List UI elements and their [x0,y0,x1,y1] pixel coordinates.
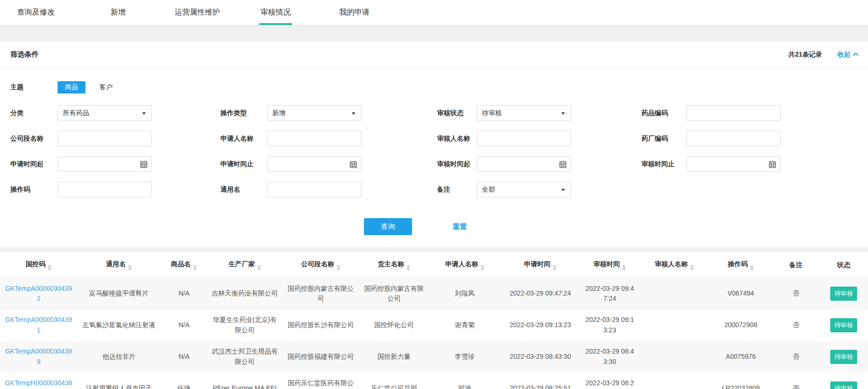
column-header[interactable]: 申请时间 [501,252,580,278]
table-cell: 否 [773,341,819,373]
column-header[interactable]: 审核人名称 [640,252,709,278]
operation-type-select[interactable]: 新增 [267,105,362,121]
tab-add-new[interactable]: 新增 [110,0,126,25]
table-cell: 谢青菊 [429,310,501,341]
column-header-label: 审核人名称 [655,260,688,268]
column-header[interactable]: 生产厂家 [207,252,282,278]
filter-slot: 审核时间起 [437,156,641,172]
category-select[interactable]: 所有药品 [58,105,152,121]
reset-link[interactable]: 重置 [453,222,467,231]
status-cell: 待审核 [819,278,868,310]
table-cell [640,310,709,341]
remark-select[interactable]: 全部 [477,182,571,197]
column-header-label: 审核时间 [593,260,620,268]
sort-icon [622,265,626,271]
column-header[interactable]: 操作码 [709,252,772,278]
table-cell: 武汉杰士邦卫生用品有限公司 [207,341,282,373]
search-button[interactable]: 查询 [364,218,412,235]
drug-code-label: 药品编码 [641,109,686,118]
tab-query-and-modify[interactable]: 查询及修改 [17,0,55,25]
topic-option-customer[interactable]: 客户 [92,81,120,93]
table-cell: 否 [773,373,819,389]
national-code-link[interactable]: GKTempA00000304389 [0,341,77,373]
national-code-link[interactable]: GKTempA00000304391 [0,310,77,341]
remark-label: 备注 [437,186,477,194]
factory-code-label: 药厂编码 [641,135,686,143]
table-row: GKTempA00000304391左氧氟沙星氯化钠注射液N/A华夏生生药业(北… [0,310,868,341]
calendar-icon[interactable] [559,161,566,168]
column-header: 状态 [819,252,868,278]
sort-icon [690,265,694,271]
table-cell: 2022-03-29 08:43:30 [501,341,580,373]
dropdown-caret-icon [561,112,565,115]
column-header[interactable]: 申请人名称 [429,252,501,278]
filter-row: 操作码通用名备注全部 [10,182,868,197]
sort-icon [750,265,754,271]
column-header-label: 公司段名称 [301,260,334,268]
column-header[interactable]: 通用名 [77,252,161,278]
table-cell: 李雪珍 [429,341,501,373]
table-cell: Pfizer Europe MA EEI [207,373,282,389]
table-cell: N/A [160,341,207,373]
filter-slot: 审核状态待审核 [437,105,641,121]
company-segment-name-input[interactable] [58,131,152,146]
column-header-label: 通用名 [106,260,126,268]
sort-icon [128,265,132,271]
national-code-link[interactable]: GKTempH00000304388 [0,373,77,389]
table-cell: 2022-03-29 08:25:51 [580,373,640,389]
operation-code-input[interactable] [58,182,152,197]
table-cell: 2022-03-29 09:13:23 [580,310,640,341]
sort-icon [48,265,51,271]
filter-slot: 备注全部 [437,182,641,197]
column-header[interactable]: 审核时间 [580,252,640,278]
category-label: 分类 [10,109,58,118]
filter-actions: 查询 重置 [10,218,868,235]
table-cell: 国控怀化公司 [359,310,429,341]
table-cell: 任捷 [160,373,207,389]
column-header-label: 生产厂家 [228,260,255,268]
tab-operation-attribute-maintenance[interactable]: 运营属性维护 [175,0,220,25]
apply-time-to-date-input[interactable] [267,156,362,172]
column-header-label: 国控码 [25,260,45,268]
review-time-to-date-input[interactable] [686,156,781,172]
filter-slot: 公司段名称 [10,131,220,146]
table-cell: 富马酸喹硫平缓释片 [77,278,161,310]
applicant-name-input[interactable] [267,131,362,146]
column-header[interactable]: 公司段名称 [282,252,360,278]
tab-review-status[interactable]: 审核情况 [261,0,291,25]
calendar-icon[interactable] [350,161,357,168]
table-cell [640,341,709,373]
table-row: GKTempA00000304392富马酸喹硫平缓释片N/A吉林天衡药业有限公司… [0,278,868,310]
filter-slot: 审核时间止 [641,156,781,172]
review-time-from-date-input[interactable] [477,156,571,172]
record-count: 共21条记录 [788,51,822,59]
filter-row: 公司段名称申请人名称审核人名称药厂编码 [10,131,868,146]
reviewer-name-label: 审核人名称 [437,135,477,143]
topic-option-product[interactable]: 商品 [58,81,85,93]
filter-slot: 操作类型新增 [220,105,437,121]
table-cell: 郭迪 [429,373,501,389]
collapse-toggle[interactable]: 收起 [837,51,858,59]
calendar-icon[interactable] [769,161,776,168]
table-row: GKTempH00000304388注射用重组人凝血因子任捷Pfizer Eur… [0,373,868,389]
tab-my-applications[interactable]: 我的申请 [339,0,370,25]
reviewer-name-input[interactable] [477,131,571,146]
calendar-icon[interactable] [140,161,147,168]
factory-code-input[interactable] [686,131,781,146]
national-code-link[interactable]: GKTempA00000304392 [0,278,77,310]
table-cell: 国控新力量 [359,341,429,373]
table-cell: 国药控股长沙有限公司 [282,310,360,341]
drug-code-input[interactable] [686,105,781,121]
review-state-select[interactable]: 待审核 [477,105,571,121]
filter-slot: 申请人名称 [220,131,437,146]
table-cell [640,278,709,310]
apply-time-from-date-input[interactable] [58,156,152,172]
table-cell: 2022-03-29 09:13:23 [501,310,580,341]
status-badge: 待审核 [830,350,857,364]
table-cell: 刘瑞凤 [429,278,501,310]
column-header[interactable]: 商品名 [160,252,207,278]
table-cell: 注射用重组人凝血因子 [77,373,161,389]
column-header[interactable]: 货主名称 [359,252,429,278]
generic-name-input[interactable] [267,182,362,197]
column-header[interactable]: 国控码 [0,252,77,278]
